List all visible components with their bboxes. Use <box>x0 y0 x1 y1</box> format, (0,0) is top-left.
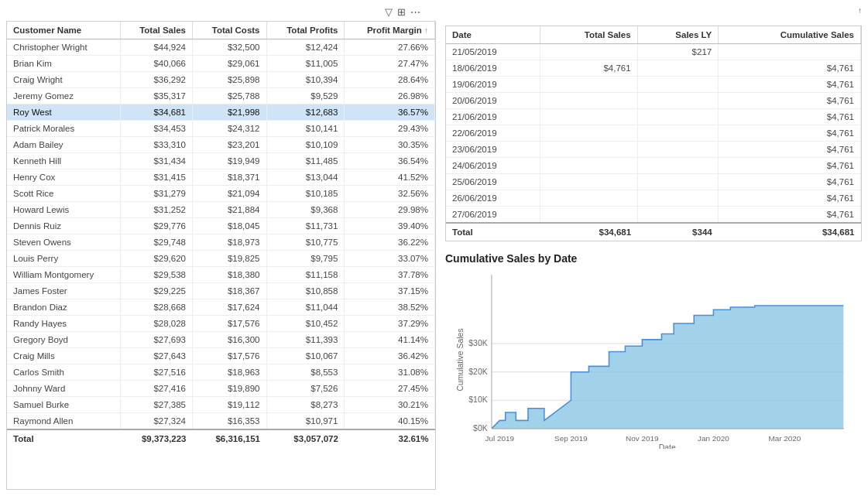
cell-profits: $10,109 <box>266 137 345 153</box>
table-row[interactable]: William Montgomery $29,538 $18,380 $11,1… <box>7 267 435 283</box>
table-row[interactable]: Adam Bailey $33,310 $23,201 $10,109 30.3… <box>7 137 435 153</box>
col-date[interactable]: Date <box>446 26 540 44</box>
cell-cum-sales <box>719 44 861 60</box>
cell-sales-ly <box>637 190 719 207</box>
table-row[interactable]: 23/06/2019 $4,761 <box>446 142 861 158</box>
cell-date: 20/06/2019 <box>446 93 540 109</box>
grid-icon[interactable]: ⊞ <box>397 6 406 18</box>
cell-cum-sales: $4,761 <box>719 93 861 109</box>
table-row[interactable]: 21/05/2019 $217 <box>446 44 861 60</box>
col-cumulative-sales[interactable]: Cumulative Sales <box>719 26 861 44</box>
table-row[interactable]: Christopher Wright $44,924 $32,500 $12,4… <box>7 39 435 56</box>
table-row[interactable]: Steven Owens $29,748 $18,973 $10,775 36.… <box>7 234 435 251</box>
cell-sales-ly <box>637 109 719 125</box>
cell-margin: 41.14% <box>345 332 435 348</box>
cell-margin: 37.29% <box>345 316 435 332</box>
table-row[interactable]: Craig Wright $36,292 $25,898 $10,394 28.… <box>7 72 435 88</box>
total-row: Total $9,373,223 $6,316,151 $3,057,072 3… <box>7 429 435 447</box>
cell-date: 27/06/2019 <box>446 207 540 224</box>
cell-name: Gregory Boyd <box>7 332 120 348</box>
cell-profits: $10,394 <box>266 72 345 88</box>
cell-sales: $44,924 <box>120 39 192 56</box>
table-row[interactable]: Brandon Diaz $28,668 $17,624 $11,044 38.… <box>7 299 435 316</box>
cell-margin: 39.40% <box>345 218 435 234</box>
table-row[interactable]: 18/06/2019 $4,761 $4,761 <box>446 60 861 77</box>
total-margin: 32.61% <box>345 429 435 447</box>
cell-profits: $13,044 <box>266 169 345 186</box>
col-total-costs[interactable]: Total Costs <box>193 22 267 39</box>
cell-sales-ly <box>637 174 719 190</box>
cell-sales: $35,317 <box>120 88 192 104</box>
cell-profits: $10,452 <box>266 316 345 332</box>
cell-cum-sales: $4,761 <box>719 77 861 93</box>
table-row[interactable]: Patrick Morales $34,453 $24,312 $10,141 … <box>7 121 435 137</box>
date-table-wrapper[interactable]: Date Total Sales Sales LY Cumulative Sal… <box>445 26 862 241</box>
table-row[interactable]: James Foster $29,225 $18,367 $10,858 37.… <box>7 283 435 299</box>
cell-margin: 37.15% <box>345 283 435 299</box>
table-row[interactable]: Kenneth Hill $31,434 $19,949 $11,485 36.… <box>7 153 435 169</box>
cell-name: Scott Rice <box>7 186 120 202</box>
cell-name: Louis Perry <box>7 251 120 267</box>
table-row[interactable]: Samuel Burke $27,385 $19,112 $8,273 30.2… <box>7 397 435 413</box>
table-row[interactable]: Brian Kim $40,066 $29,061 $11,005 27.47% <box>7 56 435 72</box>
table-row[interactable]: Howard Lewis $31,252 $21,884 $9,368 29.9… <box>7 202 435 218</box>
table-row[interactable]: Dennis Ruiz $29,776 $18,045 $11,731 39.4… <box>7 218 435 234</box>
table-row[interactable]: Gregory Boyd $27,693 $16,300 $11,393 41.… <box>7 332 435 348</box>
cell-date: 26/06/2019 <box>446 190 540 207</box>
table-row[interactable]: 21/06/2019 $4,761 <box>446 109 861 125</box>
table-row[interactable]: 19/06/2019 $4,761 <box>446 77 861 93</box>
more-icon[interactable]: ⋯ <box>410 6 420 18</box>
cell-cum-sales: $4,761 <box>719 60 861 77</box>
cell-costs: $23,201 <box>193 137 267 153</box>
col-rt-total-sales[interactable]: Total Sales <box>540 26 637 44</box>
table-row[interactable]: Randy Hayes $28,028 $17,576 $10,452 37.2… <box>7 316 435 332</box>
cell-rt-sales <box>540 190 637 207</box>
filter-icon[interactable]: ▽ <box>385 6 393 18</box>
col-customer-name[interactable]: Customer Name <box>7 22 120 39</box>
table-row[interactable]: 24/06/2019 $4,761 <box>446 158 861 174</box>
col-sales-ly[interactable]: Sales LY <box>637 26 719 44</box>
table-row[interactable]: Raymond Allen $27,324 $16,353 $10,971 40… <box>7 413 435 430</box>
cell-rt-sales <box>540 174 637 190</box>
cell-rt-sales <box>540 142 637 158</box>
cell-costs: $25,788 <box>193 88 267 104</box>
cell-margin: 36.22% <box>345 234 435 251</box>
total-sales: $9,373,223 <box>120 429 192 447</box>
cell-name: Randy Hayes <box>7 316 120 332</box>
table-row[interactable]: 26/06/2019 $4,761 <box>446 190 861 207</box>
cell-name: Carlos Smith <box>7 364 120 381</box>
table-row[interactable]: Johnny Ward $27,416 $19,890 $7,526 27.45… <box>7 381 435 397</box>
table-row[interactable]: Carlos Smith $27,516 $18,963 $8,553 31.0… <box>7 364 435 381</box>
table-row[interactable]: Roy West $34,681 $21,998 $12,683 36.57% <box>7 104 435 121</box>
chart-container: $0K $10K $20K $30K Cumulative Sales <box>445 271 862 449</box>
cell-sales: $33,310 <box>120 137 192 153</box>
table-row[interactable]: 22/06/2019 $4,761 <box>446 125 861 142</box>
cell-name: Roy West <box>7 104 120 121</box>
customer-table-wrapper[interactable]: Customer Name Total Sales Total Costs To… <box>6 21 436 490</box>
table-row[interactable]: 20/06/2019 $4,761 <box>446 93 861 109</box>
cell-costs: $29,061 <box>193 56 267 72</box>
cell-profits: $10,971 <box>266 413 345 430</box>
table-row[interactable]: 25/06/2019 $4,761 <box>446 174 861 190</box>
svg-text:$30K: $30K <box>468 339 487 347</box>
cell-name: Craig Mills <box>7 348 120 364</box>
right-panel: ↑ Date Total Sales Sales LY <box>445 6 862 490</box>
cell-name: James Foster <box>7 283 120 299</box>
cell-sales: $29,620 <box>120 251 192 267</box>
cell-name: William Montgomery <box>7 267 120 283</box>
cell-margin: 27.47% <box>345 56 435 72</box>
col-total-profits[interactable]: Total Profits <box>266 22 345 39</box>
col-profit-margin[interactable]: Profit Margin ↑ <box>345 22 435 39</box>
cell-sales: $27,693 <box>120 332 192 348</box>
table-row[interactable]: Jeremy Gomez $35,317 $25,788 $9,529 26.9… <box>7 88 435 104</box>
cell-margin: 30.21% <box>345 397 435 413</box>
table-row[interactable]: 27/06/2019 $4,761 <box>446 207 861 224</box>
cell-profits: $8,273 <box>266 397 345 413</box>
table-row[interactable]: Scott Rice $31,279 $21,094 $10,185 32.56… <box>7 186 435 202</box>
table-row[interactable]: Henry Cox $31,415 $18,371 $13,044 41.52% <box>7 169 435 186</box>
cell-costs: $19,949 <box>193 153 267 169</box>
table-row[interactable]: Louis Perry $29,620 $19,825 $9,795 33.07… <box>7 251 435 267</box>
cell-margin: 28.64% <box>345 72 435 88</box>
col-total-sales[interactable]: Total Sales <box>120 22 192 39</box>
table-row[interactable]: Craig Mills $27,643 $17,576 $10,067 36.4… <box>7 348 435 364</box>
